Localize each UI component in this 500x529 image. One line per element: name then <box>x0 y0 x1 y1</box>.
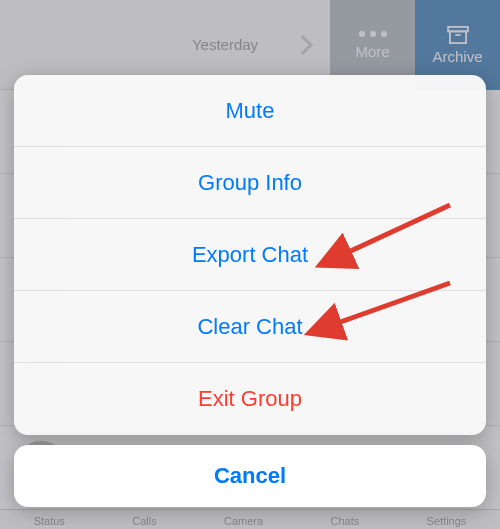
cancel-button[interactable]: Cancel <box>14 445 486 507</box>
action-sheet-container: Mute Group Info Export Chat Clear Chat E… <box>14 75 486 507</box>
action-clear-chat[interactable]: Clear Chat <box>14 291 486 363</box>
action-export-chat[interactable]: Export Chat <box>14 219 486 291</box>
action-group-info[interactable]: Group Info <box>14 147 486 219</box>
action-exit-group[interactable]: Exit Group <box>14 363 486 435</box>
action-mute[interactable]: Mute <box>14 75 486 147</box>
action-sheet: Mute Group Info Export Chat Clear Chat E… <box>14 75 486 435</box>
